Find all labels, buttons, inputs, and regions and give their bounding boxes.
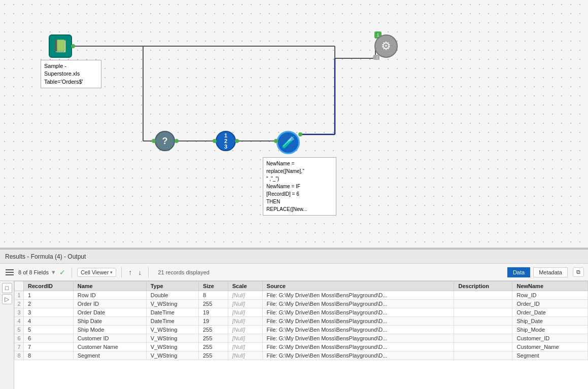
- filter-button[interactable]: ▷: [2, 294, 12, 304]
- cell-recordID[interactable]: 6: [24, 334, 74, 343]
- cell-newname[interactable]: Customer_Name: [512, 343, 588, 351]
- cell-name[interactable]: Ship Date: [73, 317, 146, 326]
- cell-newname[interactable]: Customer_ID: [512, 334, 588, 343]
- cell-size[interactable]: 255: [198, 300, 228, 308]
- cell-size[interactable]: 255: [198, 326, 228, 334]
- cell-recordID[interactable]: 1: [24, 291, 74, 300]
- cell-source[interactable]: File: G:\My Drive\Ben Moss\BensPlaygroun…: [262, 351, 454, 360]
- cell-description[interactable]: [454, 317, 512, 326]
- cell-source[interactable]: File: G:\My Drive\Ben Moss\BensPlaygroun…: [262, 308, 454, 317]
- cell-name[interactable]: Row ID: [73, 291, 146, 300]
- cell-source[interactable]: File: G:\My Drive\Ben Moss\BensPlaygroun…: [262, 291, 454, 300]
- cell-name[interactable]: Ship Mode: [73, 326, 146, 334]
- cell-source[interactable]: File: G:\My Drive\Ben Moss\BensPlaygroun…: [262, 317, 454, 326]
- tab-data-button[interactable]: Data: [507, 267, 530, 277]
- select-all-button[interactable]: ☐: [2, 283, 12, 293]
- cell-scale[interactable]: [Null]: [228, 343, 262, 351]
- cell-source[interactable]: File: G:\My Drive\Ben Moss\BensPlaygroun…: [262, 334, 454, 343]
- cell-type[interactable]: DateTime: [146, 308, 198, 317]
- cell-size[interactable]: 255: [198, 343, 228, 351]
- cell-description[interactable]: [454, 351, 512, 360]
- cell-recordID[interactable]: 4: [24, 317, 74, 326]
- list-icon-button[interactable]: [4, 267, 15, 278]
- cell-name[interactable]: Order ID: [73, 300, 146, 308]
- cell-size[interactable]: 255: [198, 334, 228, 343]
- copy-button[interactable]: ⧉: [573, 267, 584, 277]
- cell-source[interactable]: File: G:\My Drive\Ben Moss\BensPlaygroun…: [262, 343, 454, 351]
- cell-type[interactable]: V_WString: [146, 334, 198, 343]
- cell-type[interactable]: DateTime: [146, 317, 198, 326]
- cell-type[interactable]: Double: [146, 291, 198, 300]
- cell-size[interactable]: 255: [198, 351, 228, 360]
- col-header-newname[interactable]: NewName: [512, 281, 588, 291]
- cell-size[interactable]: 8: [198, 291, 228, 300]
- results-table-wrapper[interactable]: RecordID Name Type Size Scale Source Des…: [14, 281, 588, 389]
- cell-name[interactable]: Order Date: [73, 308, 146, 317]
- col-header-record: [15, 281, 24, 291]
- input-node[interactable]: 📗: [49, 34, 72, 58]
- cell-recordID[interactable]: 7: [24, 343, 74, 351]
- cell-type[interactable]: V_WString: [146, 351, 198, 360]
- book-icon: 📗: [53, 39, 68, 53]
- cell-name[interactable]: Customer ID: [73, 334, 146, 343]
- cell-size[interactable]: 19: [198, 317, 228, 326]
- col-header-size[interactable]: Size: [198, 281, 228, 291]
- sort-descending-button[interactable]: ↓: [136, 268, 143, 276]
- cell-newname[interactable]: Order_Date: [512, 308, 588, 317]
- question-node[interactable]: ?: [155, 131, 175, 151]
- cell-description[interactable]: [454, 334, 512, 343]
- records-displayed-label: 21 records displayed: [158, 269, 210, 275]
- cell-scale[interactable]: [Null]: [228, 317, 262, 326]
- cell-size[interactable]: 19: [198, 308, 228, 317]
- cell-viewer-button[interactable]: Cell Viewer ▾: [77, 268, 116, 277]
- cell-newname[interactable]: Ship_Mode: [512, 326, 588, 334]
- cell-source[interactable]: File: G:\My Drive\Ben Moss\BensPlaygroun…: [262, 326, 454, 334]
- chevron-down-icon: ▾: [110, 270, 113, 275]
- cell-description[interactable]: [454, 300, 512, 308]
- col-header-description[interactable]: Description: [454, 281, 512, 291]
- tab-metadata-button[interactable]: Metadata: [533, 267, 568, 277]
- cell-scale[interactable]: [Null]: [228, 300, 262, 308]
- confirm-button[interactable]: ✓: [58, 268, 66, 276]
- col-header-type[interactable]: Type: [146, 281, 198, 291]
- cell-type[interactable]: V_WString: [146, 326, 198, 334]
- separator-2: [121, 267, 122, 277]
- cell-newname[interactable]: Row_ID: [512, 291, 588, 300]
- number-node[interactable]: 1 2 3: [216, 131, 236, 151]
- field-count-label: 8 of 8 Fields: [18, 269, 49, 275]
- cell-record-num: 8: [15, 351, 24, 360]
- cell-recordID[interactable]: 5: [24, 326, 74, 334]
- table-area: ☐ ▷ RecordID Name Type Size Scale Source…: [0, 281, 588, 389]
- cell-scale[interactable]: [Null]: [228, 351, 262, 360]
- cell-description[interactable]: [454, 308, 512, 317]
- connection-dot-right: [175, 139, 179, 143]
- cell-scale[interactable]: [Null]: [228, 326, 262, 334]
- connection-dot-formula-left: [274, 139, 278, 143]
- formula-node[interactable]: 🧪: [276, 131, 300, 154]
- col-header-name[interactable]: Name: [73, 281, 146, 291]
- cell-name[interactable]: Segment: [73, 351, 146, 360]
- cell-recordID[interactable]: 2: [24, 300, 74, 308]
- cell-recordID[interactable]: 3: [24, 308, 74, 317]
- col-header-recordid[interactable]: RecordID: [24, 281, 74, 291]
- sort-ascending-button[interactable]: ↑: [127, 268, 133, 276]
- cell-newname[interactable]: Ship_Date: [512, 317, 588, 326]
- cell-scale[interactable]: [Null]: [228, 308, 262, 317]
- cell-description[interactable]: [454, 291, 512, 300]
- cell-newname[interactable]: Order_ID: [512, 300, 588, 308]
- col-header-source[interactable]: Source: [262, 281, 454, 291]
- col-header-scale[interactable]: Scale: [228, 281, 262, 291]
- cell-name[interactable]: Customer Name: [73, 343, 146, 351]
- table-body: 11Row IDDouble8[Null]File: G:\My Drive\B…: [15, 291, 588, 360]
- cell-source[interactable]: File: G:\My Drive\Ben Moss\BensPlaygroun…: [262, 300, 454, 308]
- cell-recordID[interactable]: 8: [24, 351, 74, 360]
- cell-type[interactable]: V_WString: [146, 343, 198, 351]
- cell-description[interactable]: [454, 326, 512, 334]
- cell-description[interactable]: [454, 343, 512, 351]
- results-header: Results - Formula (4) - Output: [0, 250, 588, 264]
- workflow-canvas[interactable]: 📗 Sample - Superstore.xls Table='Orders$…: [0, 0, 588, 249]
- cell-type[interactable]: V_WString: [146, 300, 198, 308]
- cell-newname[interactable]: Segment: [512, 351, 588, 360]
- cell-scale[interactable]: [Null]: [228, 291, 262, 300]
- cell-scale[interactable]: [Null]: [228, 334, 262, 343]
